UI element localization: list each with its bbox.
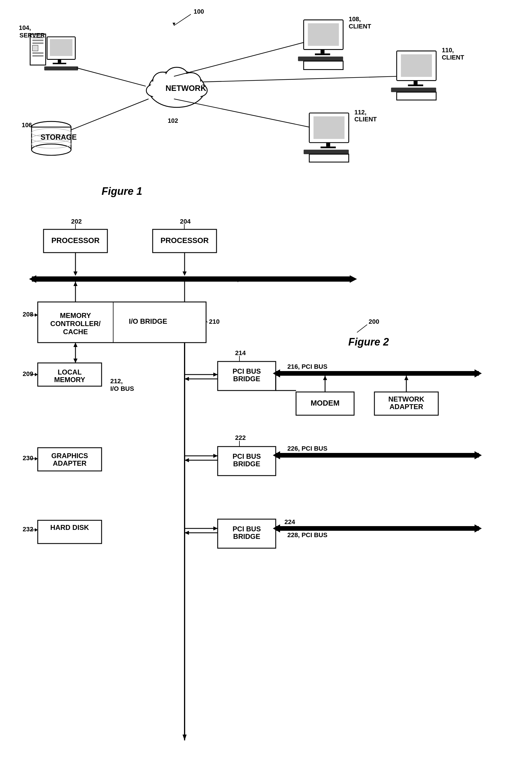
svg-marker-101: [35, 373, 38, 376]
svg-text:209: 209: [23, 370, 34, 377]
svg-text:100: 100: [194, 8, 204, 15]
svg-text:CLIENT: CLIENT: [354, 116, 377, 123]
figure2-container: 200 Figure 2 202 204 PROCESSOR PROCESSOR: [14, 212, 522, 764]
svg-point-9: [150, 73, 204, 105]
svg-text:214: 214: [235, 349, 246, 357]
svg-text:204: 204: [180, 218, 191, 225]
svg-point-7: [146, 84, 162, 97]
svg-rect-54: [304, 149, 348, 154]
svg-text:PCI BUS: PCI BUS: [232, 367, 261, 375]
svg-rect-22: [53, 63, 66, 64]
svg-text:I/O BRIDGE: I/O BRIDGE: [129, 317, 167, 325]
svg-marker-75: [73, 272, 77, 276]
svg-rect-166: [38, 520, 102, 544]
svg-text:PROCESSOR: PROCESSOR: [51, 236, 99, 245]
svg-rect-102: [38, 363, 102, 386]
svg-line-59: [71, 99, 149, 130]
svg-rect-12: [30, 34, 46, 65]
svg-rect-15: [32, 42, 44, 44]
svg-line-64: [357, 324, 367, 333]
svg-rect-42: [397, 51, 436, 80]
svg-text:226, PCI BUS: 226, PCI BUS: [287, 445, 327, 452]
svg-rect-114: [218, 361, 276, 391]
svg-text:SERVER: SERVER: [19, 32, 45, 39]
svg-marker-80: [29, 275, 36, 283]
svg-text:NETWORK: NETWORK: [165, 83, 206, 93]
svg-text:ADAPTER: ADAPTER: [53, 459, 86, 467]
svg-marker-120: [273, 369, 280, 377]
svg-marker-143: [474, 451, 482, 459]
svg-rect-39: [304, 61, 343, 69]
svg-rect-23: [44, 66, 78, 70]
page: 100 NETWORK 102: [0, 0, 532, 779]
svg-marker-168: [183, 734, 187, 740]
svg-rect-52: [326, 142, 330, 146]
svg-line-61: [202, 76, 396, 82]
svg-rect-46: [391, 88, 436, 92]
svg-rect-17: [32, 52, 44, 54]
svg-text:230: 230: [23, 455, 34, 462]
svg-rect-21: [58, 60, 61, 63]
svg-rect-36: [320, 50, 325, 54]
svg-rect-18: [32, 55, 44, 57]
svg-rect-14: [32, 40, 44, 41]
svg-text:STORAGE: STORAGE: [41, 133, 77, 141]
svg-text:CLIENT: CLIENT: [349, 23, 371, 30]
svg-text:MODEM: MODEM: [311, 399, 340, 407]
svg-line-93: [206, 321, 207, 322]
svg-marker-111: [213, 372, 218, 376]
svg-text:218: 218: [311, 407, 321, 414]
svg-text:GRAPHICS: GRAPHICS: [51, 452, 88, 460]
svg-rect-13: [32, 37, 44, 38]
svg-line-62: [174, 99, 309, 127]
svg-text:MEMORY: MEMORY: [54, 376, 85, 383]
svg-marker-85: [35, 313, 38, 317]
svg-rect-35: [308, 23, 339, 46]
svg-marker-131: [404, 376, 408, 380]
svg-rect-138: [218, 446, 276, 476]
svg-text:CLIENT: CLIENT: [442, 54, 464, 61]
svg-point-3: [149, 70, 205, 107]
svg-rect-79: [32, 277, 351, 282]
svg-point-26: [31, 121, 71, 133]
svg-text:110,: 110,: [442, 47, 454, 54]
svg-rect-47: [397, 92, 436, 100]
svg-text:I/O BUS: I/O BUS: [110, 385, 134, 392]
svg-text:BRIDGE: BRIDGE: [233, 533, 260, 540]
svg-point-5: [165, 67, 188, 85]
svg-marker-81: [350, 275, 357, 283]
svg-marker-113: [185, 377, 189, 381]
svg-marker-165: [35, 528, 38, 532]
figure1-title: Figure 1: [102, 185, 142, 197]
svg-rect-27: [31, 127, 71, 150]
svg-text:HARD DISK: HARD DISK: [50, 524, 89, 531]
svg-marker-107: [73, 343, 77, 347]
svg-rect-43: [401, 54, 432, 77]
svg-text:CONTROLLER/: CONTROLLER/: [50, 320, 101, 327]
svg-marker-144: [273, 451, 280, 459]
svg-rect-38: [298, 57, 343, 61]
figure1-container: 100 NETWORK 102: [0, 6, 532, 203]
svg-text:BRIDGE: BRIDGE: [233, 375, 260, 383]
svg-text:NETWORK: NETWORK: [388, 395, 424, 403]
svg-point-8: [192, 84, 207, 97]
svg-line-58: [77, 68, 146, 86]
svg-rect-55: [310, 154, 349, 162]
svg-text:216, PCI BUS: 216, PCI BUS: [287, 363, 327, 370]
svg-marker-153: [213, 526, 218, 531]
svg-marker-77: [183, 272, 187, 276]
svg-marker-155: [185, 531, 189, 535]
svg-rect-72: [153, 229, 216, 253]
svg-marker-147: [35, 457, 38, 461]
svg-line-60: [174, 42, 304, 76]
svg-text:210: 210: [209, 318, 220, 325]
svg-text:102: 102: [168, 117, 178, 124]
svg-marker-106: [73, 359, 77, 363]
svg-text:PCI BUS: PCI BUS: [232, 453, 261, 460]
svg-rect-156: [218, 519, 276, 548]
svg-point-30: [31, 134, 71, 142]
svg-text:228, PCI BUS: 228, PCI BUS: [287, 531, 327, 539]
svg-rect-148: [38, 448, 102, 471]
svg-rect-16: [32, 45, 38, 51]
svg-text:CACHE: CACHE: [63, 328, 88, 336]
